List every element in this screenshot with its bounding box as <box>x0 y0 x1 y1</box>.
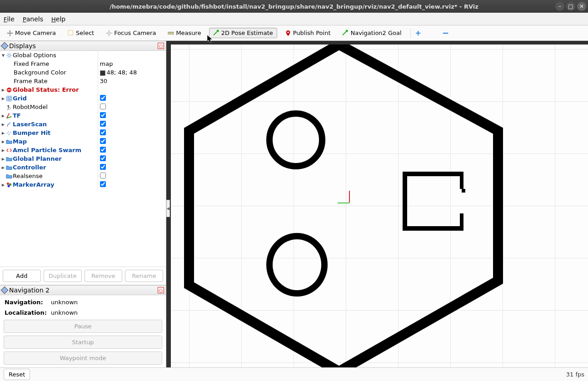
svg-point-11 <box>9 134 10 134</box>
svg-point-3 <box>287 31 289 33</box>
duplicate-button[interactable]: Duplicate <box>44 270 82 282</box>
waypoint-mode-button[interactable]: Waypoint mode <box>4 351 162 365</box>
svg-point-12 <box>10 132 11 133</box>
toolbar-add-icon[interactable]: + <box>415 29 421 37</box>
svg-point-4 <box>8 54 10 57</box>
menu-help[interactable]: Help <box>51 15 65 23</box>
nav2-title: Navigation 2 <box>9 287 50 294</box>
window-maximize-button[interactable]: □ <box>566 2 575 11</box>
visibility-checkbox[interactable] <box>100 155 106 161</box>
tree-item[interactable]: RobotModel <box>0 103 166 111</box>
menubar: File Panels Help <box>0 13 588 25</box>
tree-item[interactable]: ▸Global Planner <box>0 154 166 163</box>
measure-icon <box>168 30 174 36</box>
visibility-checkbox[interactable] <box>100 164 106 170</box>
focus-camera-button[interactable]: Focus Camera <box>102 28 160 38</box>
svg-point-14 <box>7 183 9 185</box>
tree-item[interactable]: ▸Map <box>0 137 166 146</box>
visibility-checkbox[interactable] <box>100 138 106 144</box>
navigation-label: Navigation: <box>5 299 46 306</box>
visibility-checkbox[interactable] <box>100 104 106 109</box>
window-title: /home/mzebra/code/github/fishbot/install… <box>110 3 478 10</box>
displays-title: Displays <box>9 42 36 49</box>
window-minimize-button[interactable]: – <box>555 2 564 11</box>
nav2-navigation-row: Navigation: unknown <box>5 299 161 306</box>
svg-point-10 <box>8 132 9 133</box>
tree-item[interactable]: ▸LaserScan <box>0 120 166 129</box>
tree-item[interactable]: ▸TF <box>0 111 166 120</box>
panel-icon <box>1 42 9 50</box>
map-obstacle-circle-1 <box>266 110 325 169</box>
tree-item[interactable]: ▸MarkerArray <box>0 180 166 189</box>
nav2-panel-header[interactable]: Navigation 2 ○ <box>0 285 166 295</box>
map-obstacle-circle-2 <box>266 233 328 297</box>
menu-panels[interactable]: Panels <box>23 15 43 23</box>
nav2-goal-icon <box>342 30 349 36</box>
visibility-checkbox[interactable] <box>100 95 106 101</box>
window-titlebar: /home/mzebra/code/github/fishbot/install… <box>0 0 588 13</box>
nav2-localization-row: Localization: unknown <box>5 309 161 316</box>
map-obstacle-square-edge-top <box>460 172 463 189</box>
svg-point-16 <box>8 185 10 187</box>
left-panel-handle[interactable]: ◀ <box>166 200 170 217</box>
pause-button[interactable]: Pause <box>4 320 162 333</box>
displays-close-icon[interactable]: ○ <box>158 43 164 49</box>
panel-icon <box>1 287 9 294</box>
visibility-checkbox[interactable] <box>100 112 106 118</box>
select-button[interactable]: Select <box>64 28 98 38</box>
tree-item[interactable]: ▾Global Options <box>0 51 166 59</box>
visibility-checkbox[interactable] <box>100 173 106 178</box>
fps-display: 31 fps <box>566 371 584 378</box>
tree-subitem[interactable]: Fixed Framemap <box>0 59 166 68</box>
reset-button[interactable]: Reset <box>4 369 30 380</box>
tree-item[interactable]: Realsense <box>0 172 166 180</box>
nav2-goal-button[interactable]: Navigation2 Goal <box>338 28 405 38</box>
focus-camera-icon <box>106 30 112 36</box>
tree-item[interactable]: ▸Controller <box>0 163 166 172</box>
nav2-panel: Navigation 2 ○ Navigation: unknown Local… <box>0 285 166 367</box>
svg-point-7 <box>8 105 10 107</box>
visibility-checkbox[interactable] <box>100 181 106 187</box>
displays-tree[interactable]: ▾Global OptionsFixed FramemapBackground … <box>0 51 166 267</box>
localization-value: unknown <box>51 309 78 316</box>
toolbar-remove-icon[interactable]: − <box>442 28 449 38</box>
localization-label: Localization: <box>5 309 46 316</box>
statusbar: Reset 31 fps <box>0 367 588 381</box>
displays-panel-header[interactable]: Displays ○ <box>0 41 166 51</box>
rename-button[interactable]: Rename <box>125 270 163 282</box>
menu-file[interactable]: File <box>4 15 15 23</box>
visibility-checkbox[interactable] <box>100 129 106 135</box>
tree-item[interactable]: ▸Grid <box>0 94 166 103</box>
publish-point-icon <box>285 30 291 36</box>
map-canvas[interactable] <box>171 45 588 367</box>
pose-estimate-icon <box>213 30 219 36</box>
add-button[interactable]: Add <box>3 270 41 282</box>
move-camera-button[interactable]: Move Camera <box>3 28 60 38</box>
left-panel: Displays ○ ▾Global OptionsFixed Framemap… <box>0 41 166 367</box>
measure-button[interactable]: Measure <box>164 28 205 38</box>
svg-rect-0 <box>68 30 73 35</box>
tree-item[interactable]: ▸Amcl Particle Swarm <box>0 146 166 154</box>
window-close-button[interactable]: ✕ <box>577 2 586 11</box>
tree-subitem[interactable]: Background Color48; 48; 48 <box>0 68 166 77</box>
svg-rect-6 <box>8 89 11 90</box>
svg-point-13 <box>8 134 9 135</box>
tree-item[interactable]: ▸Global Status: Error <box>0 85 166 94</box>
pose-estimate-button[interactable]: 2D Pose Estimate <box>209 28 277 38</box>
startup-button[interactable]: Startup <box>4 336 162 349</box>
svg-point-9 <box>7 133 8 134</box>
visibility-checkbox[interactable] <box>100 147 106 153</box>
toolbar-separator <box>410 28 411 38</box>
tree-item[interactable]: ▸Bumper Hit <box>0 129 166 137</box>
3d-viewport[interactable]: ◀ ▶ <box>166 41 588 367</box>
tree-subitem[interactable]: Frame Rate30 <box>0 77 166 85</box>
toolbar: Move Camera Select Focus Camera Measure … <box>0 25 588 41</box>
publish-point-button[interactable]: Publish Point <box>281 28 335 38</box>
nav2-close-icon[interactable]: ○ <box>158 287 164 293</box>
displays-button-row: Add Duplicate Remove Rename <box>0 267 166 285</box>
map-obstacle-square-edge-bottom <box>460 213 463 231</box>
visibility-checkbox[interactable] <box>100 121 106 127</box>
select-icon <box>68 30 74 36</box>
occupancy-map <box>171 45 588 367</box>
remove-button[interactable]: Remove <box>85 270 123 282</box>
